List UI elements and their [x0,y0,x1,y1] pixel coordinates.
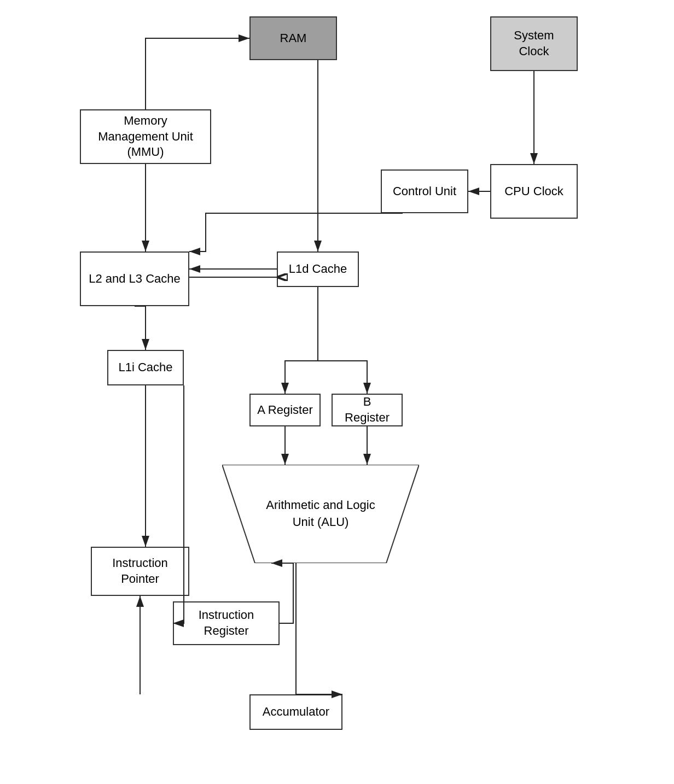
instruction-register-box: Instruction Register [173,601,280,645]
accumulator-label: Accumulator [263,704,329,720]
ram-label: RAM [280,31,307,46]
l2l3-cache-box: L2 and L3 Cache [80,251,189,306]
cpu-clock-box: CPU Clock [490,164,578,219]
accumulator-box: Accumulator [249,694,342,730]
system-clock-box: System Clock [490,16,578,71]
instruction-pointer-box: Instruction Pointer [91,547,189,596]
l1i-cache-box: L1i Cache [107,350,184,385]
alu-label: Arithmetic and Logic Unit (ALU) [255,497,386,531]
l1d-cache-box: L1d Cache [277,251,359,287]
mmu-label: Memory Management Unit (MMU) [88,113,204,160]
l1d-cache-label: L1d Cache [289,261,347,277]
cpu-diagram: RAM System Clock Memory Management Unit … [63,0,611,765]
b-register-label: B Register [339,394,395,425]
l1i-cache-label: L1i Cache [118,360,172,376]
cpu-clock-label: CPU Clock [504,184,563,200]
instruction-register-label: Instruction Register [181,607,272,639]
control-unit-label: Control Unit [393,184,456,200]
b-register-box: B Register [332,394,403,426]
a-register-box: A Register [249,394,321,426]
instruction-pointer-label: Instruction Pointer [98,555,182,587]
ram-box: RAM [249,16,337,60]
control-unit-box: Control Unit [381,169,468,213]
a-register-label: A Register [257,402,313,418]
l2l3-cache-label: L2 and L3 Cache [89,271,181,287]
mmu-box: Memory Management Unit (MMU) [80,109,211,164]
alu-box: Arithmetic and Logic Unit (ALU) [222,465,419,563]
system-clock-label: System Clock [498,28,570,59]
